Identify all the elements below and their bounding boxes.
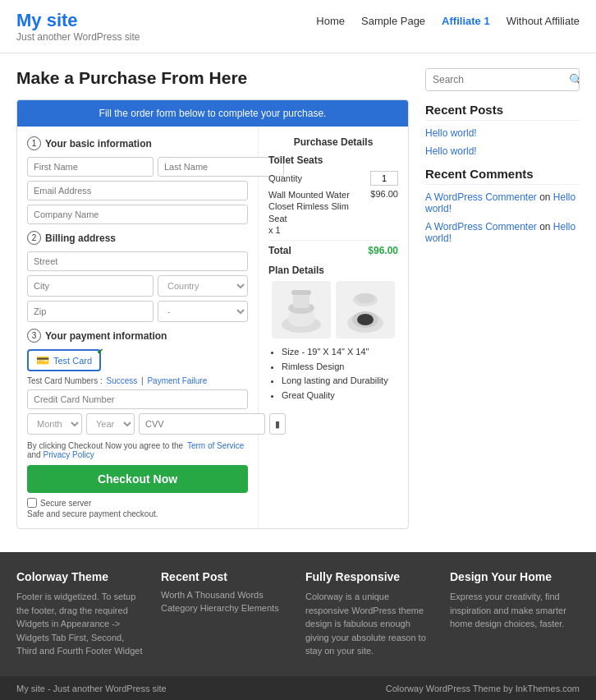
comment-author-1[interactable]: A WordPress Commenter (425, 191, 537, 203)
post-link-2[interactable]: Hello world! (425, 145, 580, 157)
qty-label: Quantity (268, 173, 302, 183)
comment-author-2[interactable]: A WordPress Commenter (425, 221, 537, 233)
cvv-input[interactable] (139, 413, 265, 435)
form-box: Fill the order form below to complete yo… (16, 99, 409, 529)
comment-1: A WordPress Commenter on Hello world! (425, 191, 580, 214)
feature-item: Rimless Design (282, 360, 398, 375)
footer-col4-title: Design Your Home (450, 570, 580, 583)
svg-point-9 (355, 293, 375, 303)
toilet-image-top (336, 281, 395, 338)
company-input[interactable] (27, 205, 248, 224)
svg-point-7 (357, 314, 374, 325)
purchase-section-title: Purchase Details (268, 136, 398, 148)
qty-input[interactable] (370, 171, 398, 186)
nav-affiliate1[interactable]: Affiliate 1 (442, 15, 490, 27)
recent-posts-title: Recent Posts (425, 103, 580, 121)
footer-bottom-left: My site - Just another WordPress site (16, 684, 167, 693)
footer-col-2: Recent Post Worth A Thousand Words Categ… (161, 570, 291, 658)
feature-item: Long lasting and Durability (282, 374, 398, 389)
footer-col1-title: Colorway Theme (16, 570, 146, 583)
nav-home[interactable]: Home (316, 15, 345, 27)
section3-num: 3 (27, 329, 41, 343)
feature-item: Size - 19" X 14" X 14" (282, 345, 398, 360)
search-button[interactable]: 🔍 (562, 69, 580, 90)
footer-col2-link1[interactable]: Worth A Thousand Words (161, 590, 291, 600)
footer-col1-text: Footer is widgetized. To setup the foote… (16, 590, 146, 658)
features-list: Size - 19" X 14" X 14" Rimless Design Lo… (268, 345, 398, 403)
zip-extra-select[interactable]: - (158, 301, 248, 322)
card-icon: 💳 (36, 354, 49, 366)
card-check-icon: ✔ (97, 347, 103, 356)
recent-comments-title: Recent Comments (425, 167, 580, 185)
form-header: Fill the order form below to complete yo… (17, 100, 408, 127)
checkout-button[interactable]: Checkout Now (27, 465, 248, 493)
product-name: Toilet Seats (268, 154, 398, 166)
site-tagline: Just another WordPress site (16, 31, 140, 43)
product-price: $96.00 (370, 189, 398, 199)
card-btn-label: Test Card (53, 356, 92, 366)
test-card-success[interactable]: Success (106, 376, 137, 385)
secure-checkbox[interactable] (27, 498, 37, 508)
card-button[interactable]: 💳 Test Card ✔ (27, 349, 101, 371)
footer-col3-title: Fully Responsive (305, 570, 435, 583)
footer-col-4: Design Your Home Express your creativity… (450, 570, 580, 658)
terms-link[interactable]: Term of Service (187, 441, 244, 450)
terms-text: By clicking Checkout Now you agree to th… (27, 441, 248, 459)
section2-title: 2 Billing address (27, 231, 248, 245)
section1-num: 1 (27, 136, 41, 150)
feature-item: Great Quality (282, 389, 398, 403)
credit-card-input[interactable] (27, 389, 248, 409)
product-desc: Wall Mounted Water Closet Rimless Slim S… (268, 189, 363, 236)
street-input[interactable] (27, 251, 248, 271)
footer-bottom: My site - Just another WordPress site Co… (0, 676, 596, 701)
email-input[interactable] (27, 181, 248, 200)
total-label: Total (268, 245, 291, 256)
post-link-1[interactable]: Hello world! (425, 127, 580, 139)
footer-bottom-right: Colorway WordPress Theme by InkThemes.co… (386, 684, 580, 693)
section2-num: 2 (27, 231, 41, 245)
footer-col-3: Fully Responsive Colorway is a unique re… (305, 570, 435, 658)
footer-col-1: Colorway Theme Footer is widgetized. To … (16, 570, 146, 658)
test-card-note: Test Card Numbers : Success | Payment Fa… (27, 376, 248, 385)
footer-col2-title: Recent Post (161, 570, 291, 583)
search-input[interactable] (426, 69, 562, 90)
plan-title: Plan Details (268, 265, 398, 276)
main-nav: Home Sample Page Affiliate 1 Without Aff… (316, 10, 580, 27)
nav-sample-page[interactable]: Sample Page (361, 15, 425, 27)
nav-without-affiliate[interactable]: Without Affiliate (507, 15, 580, 27)
test-card-failure[interactable]: Payment Failure (147, 376, 207, 385)
privacy-link[interactable]: Privacy Policy (43, 450, 94, 459)
footer-col3-text: Colorway is a unique responsive WordPres… (305, 590, 435, 658)
first-name-input[interactable] (27, 157, 154, 177)
secure-label: Secure server (40, 499, 91, 508)
footer-main: Colorway Theme Footer is widgetized. To … (0, 552, 596, 676)
total-price: $96.00 (368, 245, 398, 256)
footer-col2-link2[interactable]: Category Hierarchy Elements (161, 603, 291, 613)
section1-title: 1 Your basic information (27, 136, 248, 150)
site-title: My site (16, 10, 140, 31)
year-select[interactable]: Year (86, 413, 135, 435)
search-box: 🔍 (425, 68, 580, 91)
svg-rect-4 (291, 290, 311, 295)
page-title: Make a Purchase From Here (16, 68, 409, 88)
comment-2: A WordPress Commenter on Hello world! (425, 221, 580, 244)
safe-text: Safe and secure payment checkout. (27, 509, 248, 518)
header: My site Just another WordPress site Home… (0, 0, 596, 53)
toilet-image-side (272, 281, 331, 338)
footer-col4-text: Express your creativity, find inspiratio… (450, 590, 580, 631)
month-select[interactable]: Month (27, 413, 82, 435)
section3-title: 3 Your payment information (27, 329, 248, 343)
city-input[interactable] (27, 275, 154, 297)
country-select[interactable]: Country (158, 275, 248, 297)
zip-input[interactable] (27, 301, 154, 322)
